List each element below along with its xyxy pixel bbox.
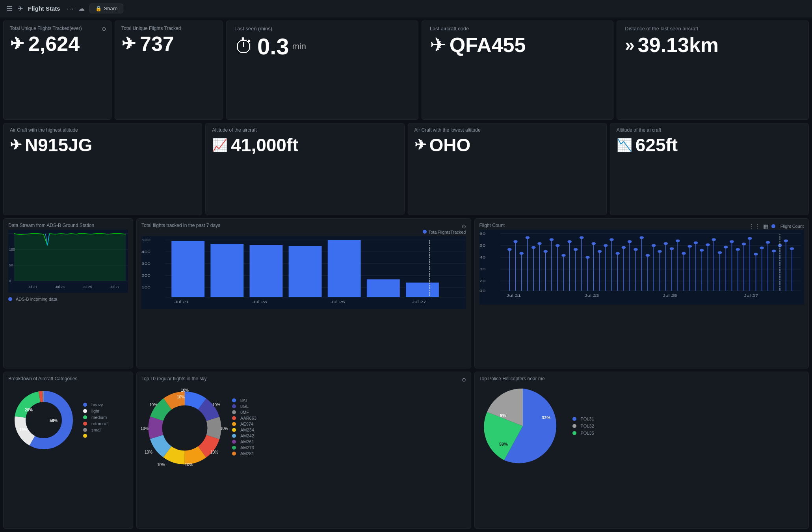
top10-am261: AM261	[232, 439, 256, 444]
svg-text:Jul 27: Jul 27	[110, 285, 119, 289]
svg-text:50: 50	[9, 263, 13, 267]
dashboard: Total Unique Flights Tracked(ever) ⊙ ✈ 2…	[0, 17, 812, 532]
menu-icon[interactable]: ☰	[6, 4, 13, 13]
info-icon-7d[interactable]: ⊙	[462, 223, 466, 229]
svg-point-111	[688, 245, 691, 247]
svg-point-99	[652, 244, 655, 247]
svg-point-101	[658, 250, 661, 253]
svg-text:300: 300	[141, 261, 151, 265]
svg-point-127	[736, 248, 740, 251]
info-icon[interactable]: ⊙	[102, 26, 106, 32]
share-button[interactable]: 🔒 Share	[89, 4, 124, 13]
highest-alt-label: Altitude of the aircraft	[212, 127, 398, 133]
top10-am281: AM281	[232, 451, 256, 456]
svg-text:Jul 21: Jul 21	[28, 285, 37, 289]
svg-text:10%: 10%	[181, 388, 189, 392]
svg-point-79	[592, 242, 595, 245]
svg-text:200: 200	[141, 273, 151, 277]
svg-point-93	[634, 248, 637, 251]
police-pol32: POL32	[572, 424, 594, 428]
svg-point-73	[574, 248, 577, 251]
svg-text:60: 60	[479, 231, 485, 235]
svg-point-97	[646, 254, 649, 257]
flightcount-legend-dot	[771, 224, 775, 228]
adsb-chart-title: Data Stream from ADS-B Ground Station	[8, 223, 128, 228]
svg-point-57	[526, 236, 529, 239]
svg-text:Jul 25: Jul 25	[663, 293, 677, 297]
svg-text:10%: 10%	[212, 403, 220, 407]
svg-rect-28	[289, 246, 322, 297]
svg-marker-8	[14, 234, 126, 281]
svg-point-61	[537, 242, 541, 245]
flightcount-title: Flight Count	[479, 223, 505, 228]
kpi-last-aircraft-card: Last aircraft code ✈ QFA455	[422, 20, 614, 120]
share-icon: 🔒	[95, 6, 102, 11]
breakdown-heavy: heavy	[83, 402, 109, 407]
svg-rect-25	[171, 241, 204, 297]
top10-am273: AM273	[232, 445, 256, 450]
flights7d-card: Total flights tracked in the past 7 days…	[136, 218, 471, 368]
svg-point-55	[520, 252, 523, 255]
svg-text:40: 40	[479, 255, 485, 259]
police-heli-legend: POL31 POL32 POL35	[572, 417, 594, 435]
bar-chart-icon[interactable]: ▦	[763, 223, 768, 229]
top10-8mf: 8MF	[232, 410, 256, 415]
lowest-craft-label: Air Craft with the lowest altitude	[414, 127, 600, 133]
kpi-total-tracked-card: Total Unique Flights Tracked ✈ 737	[115, 20, 223, 120]
grid-icon[interactable]: ⋮⋮	[749, 223, 760, 229]
svg-text:Jul 27: Jul 27	[412, 299, 426, 303]
kpi-total-ever-label: Total Unique Flights Tracked(ever)	[10, 26, 105, 31]
adsb-chart-area: 0 50 100 Jul 21 Jul 23 Jul 25 Jul 27	[8, 230, 128, 297]
svg-text:Jul 23: Jul 23	[55, 285, 65, 289]
kpi-last-seen-value-row: ⏱ 0.3 min	[234, 33, 410, 60]
kpi-last-seen-card: Last seen (mins) ⏱ 0.3 min	[226, 20, 418, 120]
svg-text:59%: 59%	[499, 442, 508, 446]
highest-craft-card: Air Craft with the highest altitude ✈ N9…	[3, 123, 202, 215]
svg-text:10%: 10%	[141, 426, 149, 431]
breakdown-donut: 20% 58% 19%	[8, 385, 79, 456]
svg-text:20: 20	[479, 279, 485, 283]
plane-highest-icon: ✈	[10, 137, 22, 153]
top10-donut: 10% 10% 10% 10% 10% 10% 10% 10% 10% 10%	[141, 385, 228, 469]
svg-text:500: 500	[141, 238, 151, 242]
svg-point-143	[784, 240, 788, 242]
svg-point-109	[682, 252, 685, 255]
cloud-icon[interactable]: ☁	[78, 5, 85, 12]
kpi-total-ever-card: Total Unique Flights Tracked(ever) ⊙ ✈ 2…	[3, 20, 111, 120]
plane-icon-3: ✈	[430, 33, 446, 56]
svg-point-75	[580, 236, 583, 239]
svg-rect-31	[406, 283, 439, 297]
top10-card: Top 10 regular flights in the sky ⊙	[136, 372, 471, 529]
kpi-distance-value-row: » 39.13km	[625, 33, 801, 57]
svg-point-53	[513, 240, 517, 243]
svg-point-121	[718, 251, 721, 254]
svg-text:20%: 20%	[25, 408, 33, 412]
highest-alt-card: Altitude of the aircraft 📈 41,000ft	[205, 123, 404, 215]
more-options-icon[interactable]: ⋯	[67, 4, 74, 13]
svg-point-115	[700, 249, 703, 251]
flights7d-chart-area: 500 400 300 200 100 Jul 21	[141, 236, 466, 309]
svg-text:10%: 10%	[220, 426, 228, 431]
breakdown-medium: medium	[83, 415, 109, 420]
svg-point-83	[604, 244, 607, 247]
plane-icon-2: ✈	[121, 34, 136, 53]
svg-text:Jul 23: Jul 23	[253, 299, 267, 303]
kpi-last-aircraft-label: Last aircraft code	[430, 26, 606, 32]
chevron-right-icon: »	[625, 35, 634, 55]
app-icon: ✈	[17, 4, 23, 13]
svg-point-71	[568, 240, 571, 243]
svg-point-69	[561, 254, 565, 257]
kpi-total-tracked-value: ✈ 737	[121, 33, 216, 55]
svg-point-137	[766, 241, 769, 244]
svg-point-89	[622, 246, 625, 249]
kpi-last-seen-label: Last seen (mins)	[234, 26, 410, 32]
lowest-craft-card: Air Craft with the lowest altitude ✈ OHO	[408, 123, 607, 215]
svg-text:58%: 58%	[50, 419, 58, 423]
svg-point-113	[694, 242, 697, 244]
svg-text:100: 100	[9, 247, 15, 251]
top10-info-icon[interactable]: ⊙	[462, 377, 466, 383]
svg-text:Jul 21: Jul 21	[175, 299, 189, 303]
svg-text:0: 0	[9, 279, 11, 283]
svg-text:Jul 27: Jul 27	[744, 293, 758, 297]
svg-point-119	[712, 238, 715, 241]
